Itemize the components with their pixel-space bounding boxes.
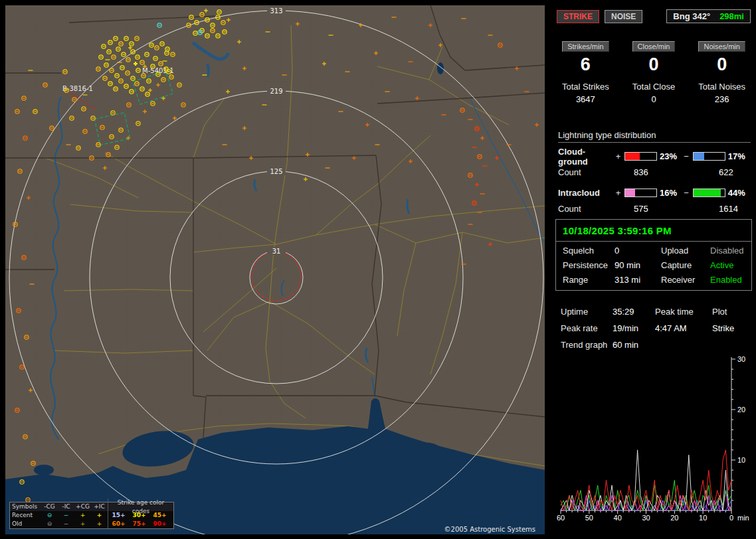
status-separator [556,241,751,242]
recent-symbol-CG: ⊖ [41,511,58,520]
svg-text:40: 40 [614,514,622,522]
status-grid: Squelch 0 Upload Disabled Persistence 90… [563,246,745,285]
peak-time-label: Peak time [655,307,712,317]
peak-rate-value: 19/min [613,323,655,333]
legend-header: Symbols -CG -IC +CG +IC Strike age color… [10,502,173,511]
legend-symbols-title: Symbols [10,502,41,511]
upload-label: Upload [661,246,710,256]
total-close-label: Total Close [620,82,688,92]
close-rate-col: Close/min 0 Total Close 0 [620,40,688,104]
cg-pos-pct: 23% [660,151,682,161]
recent-symbol+IC: + [91,511,108,520]
bearing-range: 298mi [719,11,744,21]
legend-col-neg-ic: -IC [58,502,74,511]
total-noises-value: 236 [688,94,756,104]
strikes-per-min-value: 6 [551,54,620,75]
count-label: Count [558,204,620,214]
noises-per-min-chip[interactable]: Noises/min [698,41,745,52]
uptime-label: Uptime [561,307,613,317]
uptime-value: 35:29 [613,307,655,317]
strike-button[interactable]: STRIKE [557,10,599,23]
range-label: Range [563,275,614,285]
lightning-map[interactable]: 31321912531 B-3816-1M-5401-1 Symbols -CG… [5,5,545,534]
svg-text:0: 0 [729,514,733,522]
persistence-value: 90 min [614,260,661,270]
old-symbol-CG: ⊖ [41,520,58,528]
ic-neg-pct: 44% [728,188,751,198]
total-noises-label: Total Noises [688,82,756,92]
control-panel: STRIKE NOISE Bng 342° 298mi Strikes/min … [551,0,756,539]
svg-text:50: 50 [585,514,593,522]
svg-text:60: 60 [557,514,565,522]
noises-rate-col: Noises/min 0 Total Noises 236 [688,40,756,104]
cloud-ground-count-row: Count 836 622 [558,164,751,180]
upload-value: Disabled [710,246,745,256]
top-toolbar: STRIKE NOISE Bng 342° 298mi [557,9,751,23]
intracloud-row: Intracloud + 16% − 44% [558,185,751,200]
capture-value: Active [710,260,745,270]
plus-sign: + [614,151,622,161]
legend-recent-row: Recent ⊖−++ 15+30+45+ [10,511,173,520]
total-strikes-label: Total Strikes [551,82,620,92]
strikes-rate-col: Strikes/min 6 Total Strikes 3647 [551,40,620,104]
receiver-value: Enabled [710,275,745,285]
trend-chart-canvas: 1020306050403020100min [553,356,752,534]
minus-sign: − [682,151,690,161]
map-canvas: 31321912531 B-3816-1M-5401-1 [5,5,545,534]
persistence-label: Persistence [563,260,614,270]
capture-label: Capture [661,260,710,270]
intracloud-label: Intracloud [558,188,614,198]
ic-neg-count: 1614 [708,204,738,214]
distribution-header: Lightning type distribution [558,130,751,143]
status-box: 10/18/2025 3:59:16 PM Squelch 0 Upload D… [555,219,752,291]
close-per-min-chip[interactable]: Close/min [632,41,676,52]
cg-neg-bar [693,152,725,161]
svg-text:M-5401-1: M-5401-1 [142,67,174,74]
legend-col-pos-cg: +CG [74,502,91,511]
receiver-label: Receiver [661,275,710,285]
cg-neg-pct: 17% [728,151,751,161]
peak-rate-label: Peak rate [561,323,613,333]
old-symbol+CG: + [74,520,91,528]
svg-text:125: 125 [270,168,282,175]
svg-text:10: 10 [699,514,707,522]
age-code-60+: 60+ [108,520,129,528]
noise-button[interactable]: NOISE [605,10,642,23]
peak-time-value: 4:47 AM [655,323,712,333]
old-symbol-IC: − [58,520,74,528]
legend-old-row: Old ⊖−++ 60+75+90+ [10,520,173,528]
lightning-distribution: Lightning type distribution Cloud-ground… [558,130,751,216]
datetime: 10/18/2025 3:59:16 PM [563,225,745,236]
svg-text:30: 30 [737,356,745,363]
strikes-per-min-chip[interactable]: Strikes/min [562,41,609,52]
count-label: Count [558,167,620,177]
recent-symbol+CG: + [74,511,91,520]
svg-text:313: 313 [270,7,282,15]
bearing-box: Bng 342° 298mi [666,9,751,23]
session-grid: Uptime 35:29 Peak time Plot Peak rate 19… [561,307,752,350]
svg-text:10: 10 [737,456,745,464]
old-symbol+IC: + [91,520,108,528]
ic-neg-bar [693,189,725,197]
bearing-value: Bng 342° [673,11,710,21]
legend-col-pos-ic: +IC [91,502,108,511]
intracloud-count-row: Count 575 1614 [558,200,751,216]
svg-text:31: 31 [272,248,281,255]
ic-pos-count: 575 [620,204,708,214]
legend-recent-label: Recent [10,511,41,520]
plot-value: Strike [712,323,752,333]
age-code-30+: 30+ [129,511,149,520]
range-value: 313 mi [614,275,661,285]
minus-sign: − [682,188,690,198]
legend-col-neg-cg: -CG [41,502,58,511]
close-per-min-value: 0 [620,54,688,75]
svg-text:20: 20 [737,406,745,414]
trend-graph-value: 60 min [613,340,655,350]
age-code-15+: 15+ [108,511,129,520]
svg-text:30: 30 [642,514,650,522]
cg-pos-bar [624,152,657,161]
cloud-ground-row: Cloud-ground + 23% − 17% [558,149,751,164]
legend-old-label: Old [10,520,41,528]
trend-graph-label: Trend graph [561,340,613,350]
svg-text:min: min [737,514,749,522]
